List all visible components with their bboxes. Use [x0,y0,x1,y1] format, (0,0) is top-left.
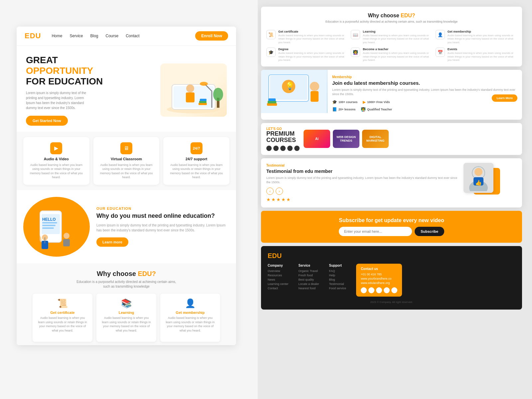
stat-lessons: 📘 20+ lessons [332,107,355,112]
education-text: OUR EDUCATION Why do you must need onlin… [96,206,229,247]
footer-link[interactable]: Nearest food [299,287,319,290]
footer-company-col: Company Overview Resources News Learning… [268,264,289,297]
footer-link[interactable]: Organic Travel [299,269,319,273]
feature-virtual-title: Virtual Classroom [97,157,156,161]
footer-support-title: Support [329,264,346,267]
course-web-design[interactable]: WEB DESIGNTRENDS [333,130,359,148]
footer-link[interactable]: Blog [329,278,346,281]
footer-link[interactable]: Testimonial [329,282,346,286]
nav-service[interactable]: Service [69,34,83,38]
footer-contact-box: Contact us +01 00 416 785 www.yourbrandh… [356,264,402,297]
logo: EDU [25,32,41,40]
footer-support-col: Support FAQ Help Blog Testimonial Food s… [329,264,346,297]
svg-rect-12 [200,99,206,101]
footer-link[interactable]: Food service [329,287,346,290]
subscribe-section: Subscribe for get update every new video… [261,211,522,243]
nav-home[interactable]: Home [52,34,62,38]
membership-learn-more-button[interactable]: Learn More [492,94,517,102]
facebook-icon[interactable] [266,146,272,151]
subscribe-email-input[interactable] [339,227,412,236]
footer-linkedin-icon[interactable] [391,287,397,293]
right-panel: Why choose EDU? Education is a purposefu… [258,0,532,399]
get-started-button[interactable]: Get Started Now [26,116,68,126]
audio-icon: ▶ [50,142,62,154]
footer-link[interactable]: Contact [268,287,289,290]
membership-icon: 👤 [436,30,445,39]
footer-link[interactable]: Overview [268,269,289,273]
instagram-icon[interactable] [287,146,293,151]
hero-title: GREAT OPPORTUNITY FOR EDUCATION [26,55,160,87]
why-card-certificate: 📜 Get certificate Audio based learning i… [33,294,92,342]
svg-point-32 [310,82,319,91]
certificate-icon: 📜 [266,30,276,39]
membership-title: Join edu latest membership courses. [332,80,517,86]
footer-link[interactable]: FAQ [329,269,346,273]
footer-link[interactable]: Locate a dealer [299,282,319,286]
course-digital-marketing[interactable]: DIGITALMARKETING [362,130,389,148]
education-title: Why do you must need online education? [96,212,229,219]
footer-link[interactable]: Learning center [268,282,289,286]
svg-rect-10 [199,103,207,105]
features-section: ▶ Audio & Video Audio based learning is … [17,132,236,190]
feature-audio-title: Audio & Video [27,157,85,161]
subscribe-button[interactable]: Subscribe [415,227,444,236]
course-ai[interactable]: Ai [304,130,330,148]
footer-link[interactable]: Help [329,274,346,277]
teacher-icon: 👨‍🏫 [361,107,366,112]
svg-text:👍: 👍 [475,180,482,186]
premium-text: Let's Go PREMIUMCOURSES [266,127,300,151]
right-feature-events: 📅 Events Audio based learning is when yo… [436,48,517,62]
learn-more-button[interactable]: Learn more [96,237,128,247]
svg-point-7 [213,88,223,101]
svg-point-8 [186,84,194,92]
testimonial-avatar: 👍 [464,163,493,193]
right-feature-learning: 📖 Learning Audio based learning is when … [351,30,432,44]
footer-address: www.edulandhere.org [361,281,397,285]
testimonial-photo: 👍 [464,163,517,203]
enroll-button[interactable]: Enroll Now [195,31,228,41]
why-card-learning-desc: Audio based learning is when you learn u… [100,316,152,332]
events-icon: 📅 [436,48,445,57]
footer-instagram-icon[interactable] [376,287,382,293]
feature-support-title: 24/7 support [167,157,225,161]
support-icon: 24/7 [191,142,202,154]
footer-link[interactable]: Fresh food [299,274,319,277]
stat-lessons-value: 20+ lessons [338,108,355,111]
classroom-icon: 🖥 [120,142,132,154]
footer-link[interactable]: News [268,278,289,281]
premium-section: Let's Go PREMIUMCOURSES Ai WEB DESIGNTRE… [261,123,522,155]
testimonial-desc: Lorem ipsum is simply dummy text of the … [266,176,458,184]
subscribe-input-row: Subscribe [269,227,514,236]
svg-point-25 [69,209,81,226]
nav-course[interactable]: Course [106,34,119,38]
nav-contact[interactable]: Contact [126,34,139,38]
membership-label: Membership [332,75,517,79]
youtube-icon[interactable] [280,146,286,151]
stat-teacher-value: Qualified Teacher [367,108,392,111]
membership-stats-2: 📘 20+ lessons 👨‍🏫 Qualified Teacher [332,107,517,112]
twitter-icon[interactable] [273,146,279,151]
svg-text:💡: 💡 [285,81,295,90]
feature-virtual-desc: Audio based learning is when you learn u… [97,163,156,180]
why-card-membership-title: Get membership [164,311,216,315]
footer-facebook-icon[interactable] [361,287,367,293]
right-why-header: Why choose EDU? Education is a purposefu… [261,7,522,27]
nav-blog[interactable]: Blog [90,34,98,38]
footer-youtube-icon[interactable] [384,287,390,293]
education-section: HELLO OUR EDUCATION [17,190,236,263]
footer-contact-title: Contact us [361,267,397,271]
footer-phone: +01 00 416 785 [361,273,397,276]
svg-rect-34 [267,103,277,106]
footer-link[interactable]: Resources [268,274,289,277]
why-title: Why choose EDU? [23,270,229,278]
right-why-card: Why choose EDU? Education is a purposefu… [261,7,522,66]
education-label: OUR EDUCATION [96,206,229,210]
lessons-icon: 📘 [332,107,337,112]
next-arrow[interactable]: › [276,188,283,195]
pinterest-icon[interactable] [294,146,300,151]
why-card-membership-desc: Audio based learning is when you learn u… [164,316,216,332]
footer-link[interactable]: Best quality [299,278,319,281]
prev-arrow[interactable]: ‹ [266,188,274,195]
footer-twitter-icon[interactable] [368,287,374,293]
testimonial-content: Testimonial Testimonial from edu member … [266,164,458,202]
